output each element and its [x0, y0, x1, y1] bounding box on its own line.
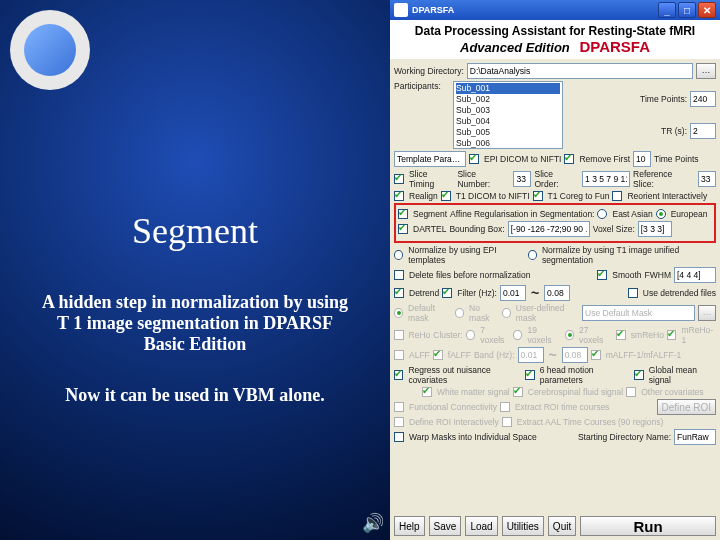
start-dir-input[interactable]	[674, 429, 716, 445]
slice-timing-label: Slice Timing	[409, 169, 455, 189]
other-covariates-checkbox[interactable]	[626, 387, 636, 397]
realign-checkbox[interactable]	[394, 191, 404, 201]
list-item[interactable]: Sub_005	[456, 127, 560, 138]
slide-paragraph-1: A hidden step in normalization by using …	[40, 292, 350, 355]
app-header: Data Processing Assistant for Resting-St…	[390, 20, 720, 59]
remove-first-input[interactable]	[633, 151, 651, 167]
alff-checkbox[interactable]	[394, 350, 404, 360]
fc-label: Functional Connectivity	[409, 402, 497, 412]
define-roi-button[interactable]: Define ROI	[657, 399, 716, 415]
extract-aal-checkbox[interactable]	[502, 417, 512, 427]
title-bar: DPARSFA _ □ ✕	[390, 0, 720, 20]
epi-dicom-checkbox[interactable]	[469, 154, 479, 164]
t1-coreg-checkbox[interactable]	[533, 191, 543, 201]
head-motion-checkbox[interactable]	[525, 370, 534, 380]
default-mask-label: Default mask	[408, 303, 452, 323]
fwhm-input[interactable]	[674, 267, 716, 283]
normalize-t1-radio[interactable]	[528, 250, 537, 260]
tr-input[interactable]	[690, 123, 716, 139]
smreho-checkbox[interactable]	[616, 330, 626, 340]
default-mask-radio[interactable]	[394, 308, 403, 318]
malff-checkbox[interactable]	[591, 350, 601, 360]
list-item[interactable]: Sub_004	[456, 116, 560, 127]
white-matter-checkbox[interactable]	[422, 387, 432, 397]
detrend-checkbox[interactable]	[394, 288, 404, 298]
define-roi-interactive-checkbox[interactable]	[394, 417, 404, 427]
tr-label: TR (s):	[661, 126, 687, 136]
use-detrended-checkbox[interactable]	[628, 288, 638, 298]
east-asian-label: East Asian	[612, 209, 652, 219]
ref-slice-input[interactable]	[698, 171, 716, 187]
european-radio[interactable]	[656, 209, 666, 219]
participants-list[interactable]: Sub_001 Sub_002 Sub_003 Sub_004 Sub_005 …	[453, 81, 563, 149]
list-item[interactable]: Sub_003	[456, 105, 560, 116]
warp-masks-label: Warp Masks into Individual Space	[409, 432, 537, 442]
east-asian-radio[interactable]	[597, 209, 607, 219]
cluster-19-radio[interactable]	[513, 330, 523, 340]
fc-checkbox[interactable]	[394, 402, 404, 412]
dartel-checkbox[interactable]	[398, 224, 408, 234]
regress-checkbox[interactable]	[394, 370, 403, 380]
band-lo-input[interactable]	[518, 347, 544, 363]
cluster-7-radio[interactable]	[466, 330, 476, 340]
segment-checkbox[interactable]	[398, 209, 408, 219]
bounding-box-input[interactable]	[508, 221, 590, 237]
load-button[interactable]: Load	[465, 516, 497, 536]
run-button[interactable]: Run	[580, 516, 716, 536]
filter-checkbox[interactable]	[442, 288, 452, 298]
voxel-size-input[interactable]	[638, 221, 672, 237]
slide-paragraph-2: Now it can be used in VBM alone.	[20, 385, 370, 406]
save-button[interactable]: Save	[429, 516, 462, 536]
t1-dicom-checkbox[interactable]	[441, 191, 451, 201]
dparsfa-window: DPARSFA _ □ ✕ Data Processing Assistant …	[390, 0, 720, 540]
delete-files-checkbox[interactable]	[394, 270, 404, 280]
remove-first-checkbox[interactable]	[564, 154, 574, 164]
remove-first-label: Remove First	[579, 154, 630, 164]
filter-hi-input[interactable]	[544, 285, 570, 301]
quit-button[interactable]: Quit	[548, 516, 576, 536]
reho-checkbox[interactable]	[394, 330, 404, 340]
falff-checkbox[interactable]	[433, 350, 443, 360]
template-param-input[interactable]	[394, 151, 466, 167]
global-mean-checkbox[interactable]	[634, 370, 643, 380]
list-item[interactable]: Sub_002	[456, 94, 560, 105]
participants-label: Participants:	[394, 81, 450, 91]
reorient-label: Reorient Interactively	[627, 191, 707, 201]
no-mask-radio[interactable]	[455, 308, 464, 318]
header-edition: Advanced Edition	[460, 40, 570, 55]
filter-lo-input[interactable]	[500, 285, 526, 301]
list-item[interactable]: Sub_001	[456, 83, 560, 94]
help-button[interactable]: Help	[394, 516, 425, 536]
extract-roi-checkbox[interactable]	[500, 402, 510, 412]
cluster-label: Cluster:	[433, 330, 462, 340]
mask-path-input[interactable]	[582, 305, 695, 321]
fwhm-label: FWHM	[645, 270, 671, 280]
slice-order-input[interactable]	[582, 171, 630, 187]
slice-timing-checkbox[interactable]	[394, 174, 404, 184]
close-button[interactable]: ✕	[698, 2, 716, 18]
mask-browse-button[interactable]: …	[698, 305, 716, 321]
band-hi-input[interactable]	[562, 347, 588, 363]
normalize-epi-radio[interactable]	[394, 250, 403, 260]
cluster-27-radio[interactable]	[565, 330, 575, 340]
csf-checkbox[interactable]	[513, 387, 523, 397]
slice-number-input[interactable]	[513, 171, 531, 187]
start-dir-label: Starting Directory Name:	[578, 432, 671, 442]
workdir-input[interactable]	[467, 63, 693, 79]
time-points-label: Time Points:	[640, 94, 687, 104]
time-points-input[interactable]	[690, 91, 716, 107]
list-item[interactable]: Sub_006	[456, 138, 560, 149]
user-mask-radio[interactable]	[502, 308, 511, 318]
minimize-button[interactable]: _	[658, 2, 676, 18]
workdir-browse-button[interactable]: …	[696, 63, 716, 79]
smooth-checkbox[interactable]	[597, 270, 607, 280]
maximize-button[interactable]: □	[678, 2, 696, 18]
no-mask-label: No mask	[469, 303, 499, 323]
warp-masks-checkbox[interactable]	[394, 432, 404, 442]
t1-dicom-label: T1 DICOM to NIFTI	[456, 191, 530, 201]
slice-number-label: Slice Number:	[457, 169, 510, 189]
utilities-button[interactable]: Utilities	[502, 516, 544, 536]
t1-coreg-label: T1 Coreg to Fun	[548, 191, 610, 201]
mreho-checkbox[interactable]	[667, 330, 677, 340]
reorient-checkbox[interactable]	[612, 191, 622, 201]
